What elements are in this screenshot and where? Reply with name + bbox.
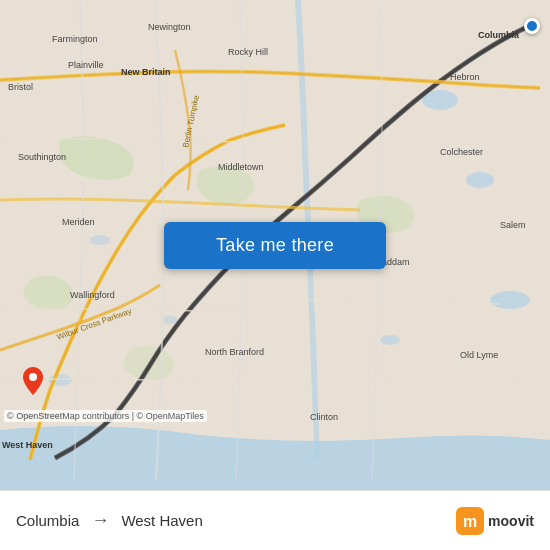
origin-label: Columbia [16, 512, 79, 529]
svg-point-5 [90, 235, 110, 245]
svg-text:Plainville: Plainville [68, 60, 104, 70]
moovit-logo: m moovit [456, 507, 534, 535]
svg-text:West Haven: West Haven [2, 440, 53, 450]
svg-text:Columbia: Columbia [478, 30, 520, 40]
svg-point-2 [466, 172, 494, 188]
svg-text:Bristol: Bristol [8, 82, 33, 92]
bottom-bar: Columbia → West Haven m moovit [0, 490, 550, 550]
svg-text:m: m [463, 513, 477, 530]
svg-text:Hebron: Hebron [450, 72, 480, 82]
destination-label: West Haven [121, 512, 202, 529]
origin-pin [22, 367, 44, 395]
take-me-there-button[interactable]: Take me there [164, 222, 386, 269]
svg-text:Colchester: Colchester [440, 147, 483, 157]
svg-point-30 [29, 373, 37, 381]
svg-point-6 [162, 316, 178, 324]
svg-text:Farmington: Farmington [52, 34, 98, 44]
svg-text:Clinton: Clinton [310, 412, 338, 422]
svg-text:Wallingford: Wallingford [70, 290, 115, 300]
moovit-logo-icon: m [456, 507, 484, 535]
svg-point-7 [380, 335, 400, 345]
svg-text:Middletown: Middletown [218, 162, 264, 172]
svg-text:Newington: Newington [148, 22, 191, 32]
svg-point-3 [490, 291, 530, 309]
destination-pin [524, 18, 540, 34]
svg-text:Meriden: Meriden [62, 217, 95, 227]
svg-text:North Branford: North Branford [205, 347, 264, 357]
map-area: Farmington Newington Rocky Hill Columbia… [0, 0, 550, 490]
svg-text:Rocky Hill: Rocky Hill [228, 47, 268, 57]
svg-text:New Britain: New Britain [121, 67, 171, 77]
arrow-icon: → [91, 510, 109, 531]
svg-text:Salem: Salem [500, 220, 526, 230]
moovit-text: moovit [488, 513, 534, 529]
app-container: Farmington Newington Rocky Hill Columbia… [0, 0, 550, 550]
take-me-there-label: Take me there [216, 235, 334, 256]
map-attribution: © OpenStreetMap contributors | © OpenMap… [4, 410, 207, 422]
svg-text:Southington: Southington [18, 152, 66, 162]
svg-text:Old Lyme: Old Lyme [460, 350, 498, 360]
